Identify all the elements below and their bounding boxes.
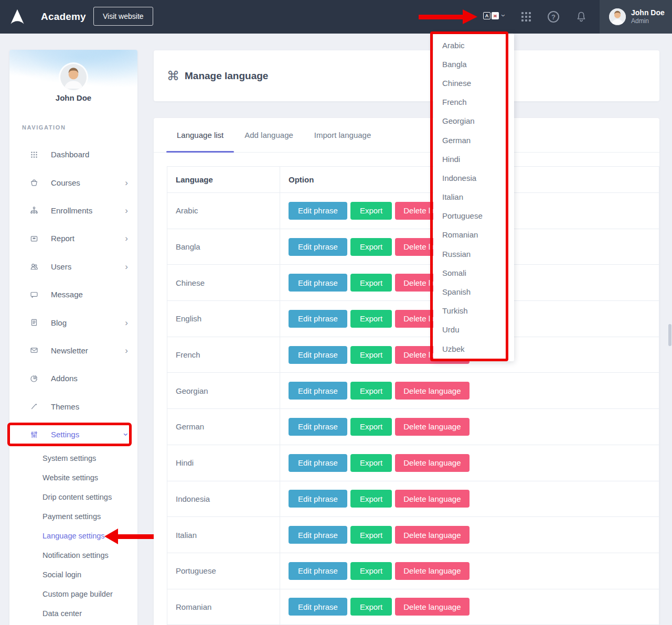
chat-bubble-icon	[29, 290, 39, 299]
sidebar-item-blog[interactable]: Blog›	[9, 308, 137, 336]
sidebar-item-dashboard[interactable]: Dashboard	[9, 141, 137, 168]
submenu-item-website-settings[interactable]: Website settings	[9, 468, 137, 488]
submenu-item-social-login[interactable]: Social login	[9, 565, 137, 584]
edit-phrase-button[interactable]: Edit phrase	[289, 346, 347, 364]
export-button[interactable]: Export	[350, 310, 392, 328]
table-row-french: FrenchEdit phraseExportDelete language	[167, 337, 659, 373]
dropdown-item-russian[interactable]: Russian	[433, 244, 514, 263]
edit-phrase-button[interactable]: Edit phrase	[289, 238, 347, 256]
dropdown-item-portuguese[interactable]: Portuguese	[433, 207, 514, 225]
language-cell: German	[167, 409, 280, 445]
dropdown-item-hindi[interactable]: Hindi	[433, 149, 514, 168]
sidebar-item-enrollments[interactable]: Enrollments›	[9, 197, 137, 224]
edit-phrase-button[interactable]: Edit phrase	[289, 454, 347, 472]
tab-import-language[interactable]: Import language	[304, 118, 381, 152]
edit-phrase-button[interactable]: Edit phrase	[289, 562, 347, 580]
export-button[interactable]: Export	[350, 274, 392, 292]
submenu-item-payment-settings[interactable]: Payment settings	[9, 507, 137, 526]
delete-language-button[interactable]: Delete language	[395, 562, 469, 580]
submenu-item-system-settings[interactable]: System settings	[9, 449, 137, 468]
sidebar-item-label: Newsletter	[51, 346, 88, 355]
dropdown-item-arabic[interactable]: Arabic	[433, 36, 514, 55]
dropdown-item-urdu[interactable]: Urdu	[433, 320, 514, 339]
brand-title: Academy	[41, 0, 86, 34]
visit-website-button[interactable]: Visit website	[93, 7, 153, 26]
dropdown-item-chinese[interactable]: Chinese	[433, 73, 514, 92]
sliders-icon	[29, 430, 39, 439]
dropdown-item-italian[interactable]: Italian	[433, 188, 514, 207]
sidebar: John Doe NAVIGATION DashboardCourses›Enr…	[9, 50, 137, 625]
option-cell: Edit phraseExportDelete language	[280, 517, 659, 553]
submenu-item-notification-settings[interactable]: Notification settings	[9, 545, 137, 565]
language-switcher-button[interactable]: A ж ›	[483, 12, 505, 19]
delete-language-button[interactable]: Delete language	[395, 454, 469, 472]
dropdown-item-french[interactable]: French	[433, 93, 514, 112]
sidebar-item-message[interactable]: Message	[9, 281, 137, 308]
sidebar-item-courses[interactable]: Courses›	[9, 168, 137, 196]
dropdown-item-uzbek[interactable]: Uzbek	[433, 339, 514, 358]
table-row-indonesia: IndonesiaEdit phraseExportDelete languag…	[167, 481, 659, 517]
apps-grid-icon[interactable]	[521, 12, 532, 21]
language-dropdown-menu: ArabicBanglaChineseFrenchGeorgianGermanH…	[433, 34, 514, 361]
edit-phrase-button[interactable]: Edit phrase	[289, 418, 347, 436]
dropdown-item-german[interactable]: German	[433, 131, 514, 149]
dropdown-item-somali[interactable]: Somali	[433, 263, 514, 282]
submenu-item-language-settings[interactable]: Language settings	[9, 526, 137, 546]
dropdown-item-spanish[interactable]: Spanish	[433, 282, 514, 301]
column-header-language: Language	[167, 167, 280, 193]
edit-phrase-button[interactable]: Edit phrase	[289, 382, 347, 400]
sidebar-item-themes[interactable]: Themes	[9, 393, 137, 421]
export-button[interactable]: Export	[350, 202, 392, 220]
edit-phrase-button[interactable]: Edit phrase	[289, 490, 347, 508]
sidebar-item-newsletter[interactable]: Newsletter›	[9, 337, 137, 364]
edit-phrase-button[interactable]: Edit phrase	[289, 526, 347, 544]
chevron-right-icon: ›	[125, 262, 128, 271]
sidebar-item-addons[interactable]: Addons	[9, 364, 137, 392]
export-button[interactable]: Export	[350, 598, 392, 616]
export-button[interactable]: Export	[350, 562, 392, 580]
dropdown-item-turkish[interactable]: Turkish	[433, 301, 514, 320]
submenu-item-drip-content-settings[interactable]: Drip content settings	[9, 488, 137, 507]
dropdown-item-georgian[interactable]: Georgian	[433, 112, 514, 131]
dropdown-item-bangla[interactable]: Bangla	[433, 55, 514, 73]
sidebar-item-settings[interactable]: Settings›	[9, 421, 137, 448]
sidebar-item-users[interactable]: Users›	[9, 253, 137, 281]
tab-add-language[interactable]: Add language	[234, 118, 304, 152]
option-cell: Edit phraseExportDelete language	[280, 373, 659, 409]
submenu-item-data-center[interactable]: Data center	[9, 604, 137, 623]
dropdown-item-romanian[interactable]: Romanian	[433, 225, 514, 244]
scrollbar-thumb[interactable]	[668, 324, 671, 346]
export-button[interactable]: Export	[350, 382, 392, 400]
document-icon	[29, 318, 39, 327]
export-button[interactable]: Export	[350, 526, 392, 544]
submenu-item-custom-page-builder[interactable]: Custom page builder	[9, 584, 137, 604]
export-button[interactable]: Export	[350, 454, 392, 472]
export-button[interactable]: Export	[350, 418, 392, 436]
edit-phrase-button[interactable]: Edit phrase	[289, 310, 347, 328]
edit-phrase-button[interactable]: Edit phrase	[289, 598, 347, 616]
page-header-card: ⌘ Manage language	[154, 50, 659, 101]
option-cell: Edit phraseExportDelete language	[280, 553, 659, 589]
delete-language-button[interactable]: Delete language	[395, 526, 469, 544]
tab-language-list[interactable]: Language list	[166, 118, 234, 152]
language-cell: Chinese	[167, 265, 280, 301]
academy-logo-icon[interactable]	[6, 6, 28, 28]
tabs-bar: Language list Add language Import langua…	[154, 118, 659, 153]
sidebar-item-report[interactable]: Report›	[9, 224, 137, 252]
edit-phrase-button[interactable]: Edit phrase	[289, 274, 347, 292]
delete-language-button[interactable]: Delete language	[395, 418, 469, 436]
help-icon[interactable]: ?	[548, 11, 559, 23]
delete-language-button[interactable]: Delete language	[395, 598, 469, 616]
edit-phrase-button[interactable]: Edit phrase	[289, 202, 347, 220]
table-row-arabic: ArabicEdit phraseExportDelete language	[167, 193, 659, 229]
export-button[interactable]: Export	[350, 238, 392, 256]
dropdown-item-indonesia[interactable]: Indonesia	[433, 168, 514, 187]
export-button[interactable]: Export	[350, 346, 392, 364]
delete-language-button[interactable]: Delete language	[395, 382, 469, 400]
chevron-down-icon: ›	[500, 14, 508, 17]
delete-language-button[interactable]: Delete language	[395, 490, 469, 508]
export-button[interactable]: Export	[350, 490, 392, 508]
option-cell: Edit phraseExportDelete language	[280, 409, 659, 445]
notifications-bell-icon[interactable]	[575, 10, 588, 23]
user-menu[interactable]: John Doe Admin	[600, 0, 672, 34]
